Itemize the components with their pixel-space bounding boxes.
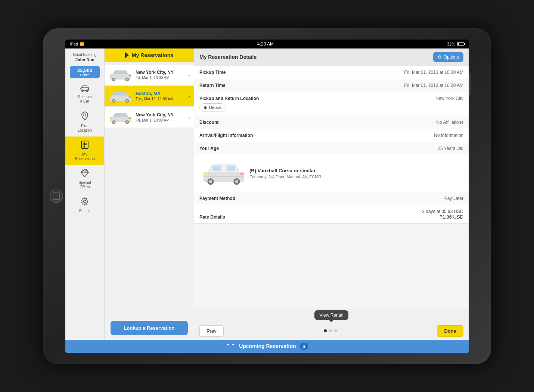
main-layout: Good Evening John Doe 22,500 Points (65, 48, 469, 340)
sidebar-item-reserve-car[interactable]: Reservea Car (65, 81, 104, 107)
battery-bar (457, 42, 464, 46)
greeting-text: Good Evening (73, 53, 96, 57)
payment-value: Pay Later (259, 196, 463, 201)
upcoming-count-badge: 3 (300, 343, 308, 350)
page-dots (324, 329, 337, 332)
bottom-bar[interactable]: ⌃⌃ Upcoming Reservation 3 (65, 340, 469, 353)
sidebar-label-reserve-car: Reservea Car (78, 95, 91, 104)
options-button[interactable]: ⚙ Options (433, 52, 463, 62)
svg-point-17 (84, 200, 86, 203)
location-label: Pickup and Return Location (199, 96, 259, 101)
svg-point-33 (126, 100, 128, 102)
rate-row: Rate Details 2 days at 35.93 USD 71.86 U… (194, 205, 469, 224)
reservation-item[interactable]: New York City, NY Fri, Mar 1, 10:00 AM › (105, 65, 194, 85)
reservation-city-3: New York City, NY (136, 112, 187, 117)
discount-value: No Affiliations (259, 120, 463, 125)
battery-fill (457, 43, 459, 45)
return-time-row: Return Time Fri, Mar 01, 2013 at 10:00 A… (194, 79, 469, 92)
ipad-screen: iPad 📶 4:20 AM 32% Good Evening John Doe (65, 40, 469, 353)
reservation-car-image-3 (108, 110, 133, 125)
sidebar-item-find-location[interactable]: FindLocation (65, 107, 104, 137)
sidebar: Good Evening John Doe 22,500 Points (65, 48, 105, 340)
sidebar-item-my-reservation[interactable]: MyReservation (65, 137, 104, 165)
rate-label: Rate Details (199, 214, 259, 220)
svg-rect-44 (128, 117, 131, 119)
footer-controls: Prev Done (194, 322, 469, 340)
rate-values: 2 days at 35.93 USD 71.86 USD (422, 209, 463, 220)
reservation-item-active[interactable]: Boston, MA Tue, Mar 19, 11:00 AM › (105, 86, 194, 107)
reservation-info-3: New York City, NY Fri, Mar 1, 10:00 AM (136, 112, 187, 122)
chevron-up-icon: ⌃⌃ (226, 343, 235, 350)
done-button[interactable]: Done (437, 325, 463, 337)
lookup-reservation-button[interactable]: Lookup a Reservation (111, 321, 188, 335)
svg-rect-3 (80, 88, 81, 89)
svg-rect-53 (240, 173, 244, 175)
reservations-panel: My Reservations (105, 48, 194, 340)
reservation-info-1: New York City, NY Fri, Mar 1, 10:00 AM (136, 70, 187, 80)
pickup-time-row: Pickup Time Fri, Mar 01, 2013 at 10:00 A… (194, 66, 469, 79)
svg-rect-38 (121, 113, 125, 116)
prev-button[interactable]: Prev (199, 325, 224, 337)
sidebar-item-setting[interactable]: Setting (65, 193, 104, 217)
status-bar: iPad 📶 4:20 AM 32% (65, 40, 469, 48)
svg-rect-20 (121, 71, 125, 73)
header-triangle-icon (125, 52, 129, 58)
location-value: New York City (259, 96, 463, 101)
options-label: Options (444, 54, 459, 60)
flight-info-row: Arrival/Flight Information No Informatio… (194, 129, 469, 142)
page-dot-1 (324, 329, 327, 332)
svg-rect-46 (212, 165, 221, 170)
svg-rect-43 (110, 117, 112, 119)
reservation-date-3: Fri, Mar 1, 10:00 AM (136, 118, 187, 122)
payment-label: Payment Method (199, 196, 259, 201)
reservation-city-1: New York City, NY (136, 70, 187, 75)
sidebar-label-my-reservation: MyReservation (75, 152, 94, 161)
points-value: 22,500 (73, 68, 97, 73)
chevron-right-icon-2: › (188, 93, 190, 99)
svg-rect-26 (128, 75, 131, 76)
gear-options-icon: ⚙ (438, 54, 442, 60)
home-button[interactable] (50, 189, 63, 203)
svg-rect-29 (121, 92, 125, 95)
tooltip-arrow-icon (329, 320, 333, 322)
details-header: My Reservation Details ⚙ Options (194, 48, 469, 66)
sidebar-item-special-offers[interactable]: SpecialOffers (65, 165, 104, 193)
ipad-shell: iPad 📶 4:20 AM 32% Good Evening John Doe (43, 28, 491, 364)
user-name: John Doe (75, 57, 94, 62)
location-row: Pickup and Return Location New York City… (194, 92, 469, 116)
points-badge[interactable]: 22,500 Points (70, 66, 100, 78)
svg-rect-0 (81, 87, 89, 91)
svg-point-31 (113, 100, 115, 102)
car-icon (80, 85, 90, 94)
tooltip-box[interactable]: View Rental (314, 310, 349, 320)
footer-tooltip-area: View Rental (194, 308, 469, 322)
sidebar-nav: Reservea Car FindLocation (65, 81, 104, 217)
pickup-time-value: Fri, Mar 01, 2013 at 10:00 AM (259, 70, 463, 75)
flight-info-value: No Information (259, 133, 463, 138)
discount-label: Discount (199, 120, 259, 125)
chevron-right-icon-1: › (188, 72, 190, 78)
reservation-item-3[interactable]: New York City, NY Fri, Mar 1, 10:00 AM › (105, 107, 194, 128)
details-body: Pickup Time Fri, Mar 01, 2013 at 10:00 A… (194, 66, 469, 308)
svg-rect-28 (115, 92, 119, 95)
age-label: Your Age (199, 146, 259, 151)
chevron-right-icon-3: › (188, 115, 190, 120)
book-icon (80, 140, 89, 151)
reservations-header: My Reservations (105, 48, 194, 62)
payment-row: Payment Method Pay Later (194, 192, 469, 205)
diamond-icon (80, 169, 89, 179)
car-specs: Economy, 2-4 Door, Manual, Air, ECMR (249, 175, 463, 179)
side-button[interactable] (469, 73, 471, 95)
svg-point-42 (126, 121, 128, 123)
car-detail-row: (B) Vauxhall Corsa or similar Economy, 2… (194, 155, 469, 192)
home-button-inner (53, 192, 60, 200)
svg-point-49 (209, 180, 212, 183)
wifi-icon: 📶 (80, 42, 84, 46)
details-button[interactable]: ◉ Details (199, 103, 226, 112)
svg-point-24 (126, 79, 128, 81)
status-right: 32% (447, 42, 464, 46)
reservation-date-1: Fri, Mar 1, 10:00 AM (136, 76, 187, 80)
pickup-time-label: Pickup Time (199, 70, 259, 75)
eye-icon: ◉ (204, 105, 207, 110)
gear-icon (80, 197, 89, 208)
